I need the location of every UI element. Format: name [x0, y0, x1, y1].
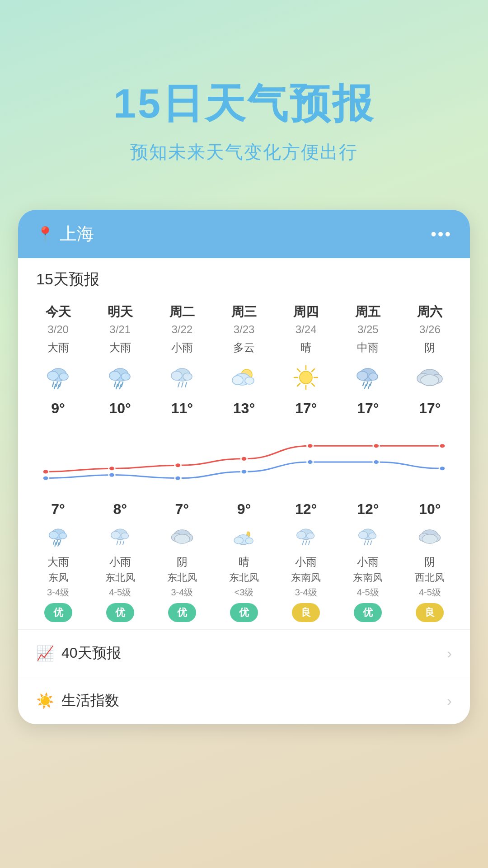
wind-dir-5: 东南风 — [353, 571, 383, 585]
bottom-col-4: 12° 小雨 东南风 3-4级 良 — [275, 498, 337, 625]
svg-line-34 — [297, 383, 300, 386]
svg-line-65 — [56, 540, 57, 544]
svg-point-52 — [373, 443, 380, 448]
chevron-right-icon-2: › — [447, 693, 452, 709]
forecast-40-item[interactable]: 📈 40天预报 › — [18, 629, 470, 677]
svg-line-21 — [185, 382, 187, 387]
wind-dir-3: 东北风 — [229, 571, 259, 585]
day-name-2: 周二 — [169, 303, 195, 321]
bottom-desc-6: 阴 — [424, 555, 435, 569]
svg-point-55 — [109, 473, 115, 477]
chart-icon: 📈 — [36, 645, 54, 662]
weather-col-3: 周三 3/23 多云 13° — [213, 299, 275, 421]
quality-badge-6: 良 — [416, 603, 444, 622]
day-date-0: 3/20 — [47, 323, 69, 336]
bottom-desc-4: 小雨 — [295, 555, 317, 569]
temp-high-0: 9° — [51, 400, 65, 417]
card-header: 📍 上海 ••• — [18, 210, 470, 258]
day-name-1: 明天 — [108, 303, 133, 321]
svg-point-2 — [59, 373, 68, 380]
bottom-icon-5 — [354, 523, 381, 550]
svg-point-58 — [307, 460, 313, 464]
day-name-6: 周六 — [417, 303, 442, 321]
weather-col-6: 周六 3/26 阴 17° — [399, 299, 461, 421]
city-name: 上海 — [60, 222, 94, 245]
day-date-4: 3/24 — [296, 323, 317, 336]
weather-desc-3: 多云 — [233, 340, 255, 355]
svg-point-84 — [307, 533, 314, 539]
page-subtitle: 预知未来天气变化方便出行 — [36, 140, 452, 165]
svg-line-3 — [52, 382, 54, 387]
svg-line-87 — [309, 541, 310, 544]
svg-point-47 — [42, 469, 49, 474]
temperature-chart — [18, 421, 470, 494]
weather-icon-6 — [413, 361, 446, 394]
weather-col-2: 周二 3/22 小雨 11° — [151, 299, 213, 421]
quality-badge-0: 优 — [44, 603, 72, 622]
location-pin-icon: 📍 — [36, 226, 54, 243]
svg-point-62 — [49, 531, 58, 539]
life-index-item[interactable]: ☀️ 生活指数 › — [18, 677, 470, 724]
svg-line-73 — [120, 541, 121, 544]
temp-high-4: 17° — [295, 400, 317, 417]
temp-low-0: 7° — [51, 501, 65, 518]
day-name-4: 周四 — [293, 303, 319, 321]
svg-point-25 — [245, 377, 254, 384]
weather-col-5: 周五 3/25 中雨 17° — [337, 299, 399, 421]
bottom-icon-6 — [416, 523, 443, 550]
weather-col-4: 周四 3/24 晴 17° — [275, 299, 337, 421]
svg-point-17 — [171, 371, 182, 380]
svg-point-37 — [369, 373, 378, 380]
svg-point-46 — [421, 375, 439, 386]
svg-line-68 — [58, 542, 59, 546]
svg-point-59 — [373, 460, 380, 464]
svg-line-33 — [312, 369, 314, 372]
svg-point-10 — [121, 373, 130, 380]
svg-line-92 — [367, 541, 369, 544]
temp-low-2: 7° — [175, 501, 189, 518]
day-date-5: 3/25 — [357, 323, 379, 336]
weather-icon-5 — [352, 361, 384, 394]
svg-line-67 — [55, 542, 56, 546]
wind-dir-6: 西北风 — [415, 571, 445, 585]
svg-line-7 — [58, 384, 59, 389]
svg-line-38 — [363, 382, 364, 386]
bottom-desc-2: 阴 — [177, 555, 188, 569]
svg-line-4 — [56, 382, 57, 387]
svg-line-14 — [116, 384, 117, 389]
weather-desc-0: 大雨 — [47, 340, 69, 355]
temp-high-5: 17° — [357, 400, 379, 417]
svg-point-1 — [47, 371, 58, 380]
bottom-col-6: 10° 阴 西北风 4-5级 良 — [399, 498, 461, 625]
bottom-icon-0 — [45, 523, 72, 550]
svg-line-32 — [312, 383, 314, 386]
bottom-desc-5: 小雨 — [357, 555, 379, 569]
sun-icon: ☀️ — [36, 692, 54, 709]
quality-badge-1: 优 — [106, 603, 134, 622]
temp-high-3: 13° — [233, 400, 255, 417]
weather-icon-3 — [228, 361, 260, 394]
bottom-col-2: 7° 阴 东北风 3-4级 优 — [151, 498, 213, 625]
svg-line-13 — [122, 382, 123, 387]
weather-icon-1 — [104, 361, 136, 394]
svg-line-15 — [120, 384, 121, 389]
wind-level-3: <3级 — [235, 586, 254, 599]
svg-point-57 — [241, 469, 247, 474]
svg-point-81 — [245, 538, 253, 544]
weather-icon-2 — [166, 361, 198, 394]
weather-icon-4 — [290, 361, 322, 394]
forecast-40-label: 40天预报 — [61, 643, 121, 663]
svg-point-48 — [109, 466, 115, 471]
bottom-desc-3: 晴 — [239, 555, 249, 569]
svg-point-56 — [175, 476, 181, 481]
wind-dir-2: 东北风 — [167, 571, 197, 585]
svg-point-36 — [357, 371, 368, 380]
weather-desc-1: 大雨 — [109, 340, 131, 355]
svg-point-71 — [121, 533, 128, 539]
svg-point-63 — [59, 533, 66, 539]
wind-level-5: 4-5级 — [357, 586, 379, 599]
more-options-icon[interactable]: ••• — [431, 225, 452, 244]
svg-point-54 — [42, 476, 49, 481]
svg-line-72 — [117, 541, 118, 544]
svg-point-49 — [175, 463, 181, 467]
